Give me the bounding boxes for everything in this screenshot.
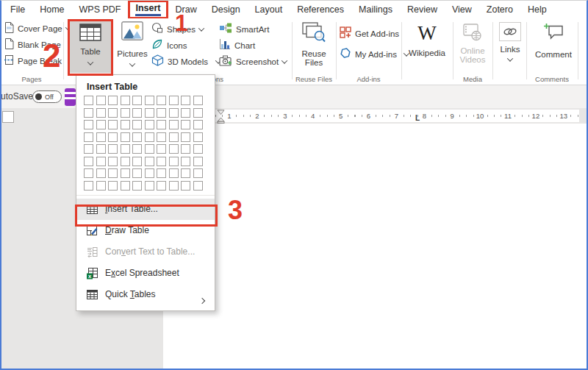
tab-selector-button[interactable]	[2, 111, 14, 123]
grid-cell[interactable]	[108, 132, 118, 142]
grid-cell[interactable]	[169, 157, 179, 166]
grid-cell[interactable]	[181, 157, 190, 166]
grid-cell[interactable]	[132, 168, 142, 178]
grid-cell[interactable]	[181, 120, 190, 129]
document-page[interactable]	[163, 124, 588, 370]
tab-review[interactable]: Review	[400, 4, 445, 15]
pictures-button[interactable]: Pictures	[115, 21, 150, 67]
grid-cell[interactable]	[108, 168, 118, 178]
grid-cell[interactable]	[121, 168, 130, 178]
grid-cell[interactable]	[181, 132, 190, 142]
grid-cell[interactable]	[145, 132, 154, 142]
grid-cell[interactable]	[157, 120, 166, 129]
comment-button[interactable]: Comment	[531, 23, 576, 59]
grid-cell[interactable]	[193, 108, 203, 118]
links-button[interactable]: Links	[494, 22, 526, 62]
grid-cell[interactable]	[169, 108, 179, 118]
grid-cell[interactable]	[157, 168, 166, 178]
grid-cell[interactable]	[181, 168, 190, 178]
tab-insert[interactable]: Insert	[128, 0, 168, 19]
grid-cell[interactable]	[145, 157, 154, 166]
grid-cell[interactable]	[157, 144, 166, 154]
tab-help[interactable]: Help	[520, 4, 554, 15]
icons-button[interactable]: Icons	[151, 39, 187, 52]
tab-draw[interactable]: Draw	[168, 4, 204, 15]
menu-item-quick-tables[interactable]: Quick Tables	[76, 284, 215, 305]
menu-item-insert-table[interactable]: Insert Table...	[76, 199, 215, 220]
grid-cell[interactable]	[193, 144, 203, 154]
grid-cell[interactable]	[121, 144, 130, 154]
grid-cell[interactable]	[121, 157, 130, 166]
shapes-button[interactable]: Shapes	[151, 23, 204, 36]
grid-cell[interactable]	[96, 120, 106, 129]
grid-cell[interactable]	[108, 157, 118, 166]
grid-cell[interactable]	[96, 144, 106, 154]
page-break-button[interactable]: Page Break	[4, 54, 62, 68]
grid-cell[interactable]	[108, 144, 118, 154]
grid-cell[interactable]	[193, 157, 203, 166]
smartart-button[interactable]: SmartArt	[219, 23, 269, 36]
grid-cell[interactable]	[108, 108, 118, 118]
grid-cell[interactable]	[84, 168, 93, 178]
grid-cell[interactable]	[157, 108, 166, 118]
grid-cell[interactable]	[193, 120, 203, 129]
tab-view[interactable]: View	[445, 4, 479, 15]
grid-cell[interactable]	[132, 144, 142, 154]
menu-item-draw-table[interactable]: Draw Table	[76, 220, 215, 241]
grid-cell[interactable]	[145, 168, 154, 178]
grid-cell[interactable]	[84, 132, 93, 142]
grid-cell[interactable]	[193, 181, 203, 191]
grid-cell[interactable]	[157, 157, 166, 166]
cover-page-button[interactable]: Cover Page	[4, 22, 71, 35]
grid-cell[interactable]	[96, 132, 106, 142]
autosave-toggle[interactable]: Off	[32, 90, 62, 103]
grid-cell[interactable]	[169, 96, 179, 105]
grid-cell[interactable]	[145, 144, 154, 154]
grid-cell[interactable]	[96, 157, 106, 166]
grid-cell[interactable]	[121, 96, 130, 105]
grid-cell[interactable]	[84, 181, 93, 191]
chart-button[interactable]: Chart	[219, 39, 255, 52]
blank-page-button[interactable]: Blank Page	[4, 38, 61, 51]
grid-cell[interactable]	[121, 132, 130, 142]
ruler-white[interactable]: L 12345678910111213	[215, 110, 579, 122]
grid-cell[interactable]	[181, 96, 190, 105]
tab-file[interactable]: File	[3, 4, 32, 15]
grid-cell[interactable]	[132, 157, 142, 166]
grid-cell[interactable]	[157, 96, 166, 105]
grid-cell[interactable]	[84, 96, 93, 105]
grid-cell[interactable]	[169, 181, 179, 191]
grid-cell[interactable]	[96, 96, 106, 105]
menu-item-excel-spreadsheet[interactable]: xExcel Spreadsheet	[76, 263, 215, 284]
grid-cell[interactable]	[193, 168, 203, 178]
grid-cell[interactable]	[96, 108, 106, 118]
grid-cell[interactable]	[84, 108, 93, 118]
grid-cell[interactable]	[145, 181, 154, 191]
grid-cell[interactable]	[193, 132, 203, 142]
grid-cell[interactable]	[169, 144, 179, 154]
grid-cell[interactable]	[132, 96, 142, 105]
grid-cell[interactable]	[121, 120, 130, 129]
online-videos-button[interactable]: Online Videos	[454, 24, 491, 64]
tab-design[interactable]: Design	[204, 4, 248, 15]
reuse-files-button[interactable]: Reuse Files	[293, 21, 334, 67]
grid-cell[interactable]	[157, 181, 166, 191]
grid-cell[interactable]	[181, 108, 190, 118]
grid-cell[interactable]	[84, 144, 93, 154]
wikipedia-button[interactable]: W Wikipedia	[403, 24, 451, 57]
grid-cell[interactable]	[169, 132, 179, 142]
grid-cell[interactable]	[157, 132, 166, 142]
grid-cell[interactable]	[181, 144, 190, 154]
grid-cell[interactable]	[132, 132, 142, 142]
grid-cell[interactable]	[132, 181, 142, 191]
grid-cell[interactable]	[169, 168, 179, 178]
grid-cell[interactable]	[193, 96, 203, 105]
grid-cell[interactable]	[121, 181, 130, 191]
tab-stop-marker[interactable]: L	[415, 115, 420, 122]
tab-wps-pdf[interactable]: WPS PDF	[72, 4, 129, 15]
table-button[interactable]: Table	[69, 19, 112, 73]
grid-cell[interactable]	[108, 96, 118, 105]
grid-cell[interactable]	[132, 120, 142, 129]
grid-cell[interactable]	[96, 168, 106, 178]
tab-home[interactable]: Home	[32, 4, 71, 15]
